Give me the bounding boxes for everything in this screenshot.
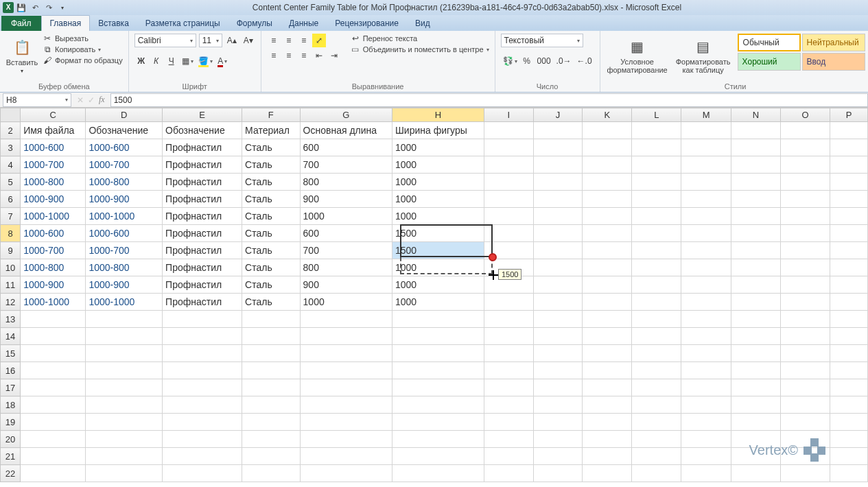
cell[interactable] [632,328,681,345]
cell[interactable]: Профнастил [163,225,242,242]
paste-button[interactable]: 📋 Вставить ▾ [5,34,38,78]
cut-button[interactable]: ✂Вырезать [43,34,123,43]
cell[interactable] [21,431,86,448]
cell[interactable]: 1000 [300,208,392,225]
cell[interactable] [242,431,300,448]
cell[interactable] [780,225,830,242]
cell[interactable] [830,225,868,242]
column-header[interactable]: K [583,108,632,122]
cell[interactable] [632,414,681,431]
cell[interactable] [484,191,533,208]
cell[interactable] [533,208,583,225]
cell[interactable] [484,362,533,379]
cell[interactable] [830,294,868,311]
cell[interactable] [632,242,681,259]
row-header[interactable]: 4 [1,156,21,174]
cell[interactable] [86,328,163,345]
cell[interactable] [731,174,780,191]
cell[interactable]: Сталь [242,225,300,242]
cell[interactable]: 600 [300,225,392,242]
cell[interactable] [681,276,731,294]
cell[interactable] [533,362,583,379]
align-left-button[interactable]: ≡ [267,49,281,62]
cell[interactable] [533,294,583,311]
cell[interactable]: 1000-600 [21,225,86,242]
cell[interactable] [583,242,632,259]
cell[interactable] [533,191,583,208]
cell[interactable] [242,345,300,362]
cell[interactable] [86,465,163,482]
cell[interactable]: Сталь [242,259,300,276]
cell[interactable] [681,139,731,156]
cell[interactable] [300,311,392,328]
cell[interactable] [681,311,731,328]
column-header[interactable]: J [533,108,583,122]
cell[interactable] [583,259,632,276]
cell[interactable] [583,191,632,208]
cell[interactable] [533,448,583,465]
cell[interactable] [533,156,583,174]
cell[interactable] [300,379,392,396]
increase-indent-button[interactable]: ⇥ [327,49,341,62]
cell[interactable]: 1000-1000 [21,294,86,311]
cell[interactable]: 1000-600 [86,225,163,242]
cell[interactable] [681,174,731,191]
comma-style-button[interactable]: 000 [535,54,553,68]
cell[interactable] [830,191,868,208]
row-header[interactable]: 11 [1,276,21,294]
cell[interactable] [163,396,242,414]
cell[interactable]: 1000 [392,156,484,174]
cell[interactable] [681,465,731,482]
cell[interactable] [731,414,780,431]
cell[interactable] [632,448,681,465]
cell[interactable] [533,465,583,482]
cell[interactable] [86,448,163,465]
cell[interactable] [731,242,780,259]
tab-file[interactable]: Файл [1,16,41,31]
cell[interactable] [533,379,583,396]
cell[interactable] [86,431,163,448]
cell[interactable] [163,431,242,448]
cell[interactable]: 1000-800 [86,174,163,191]
row-header[interactable]: 19 [1,414,21,431]
cell[interactable] [242,448,300,465]
cell[interactable] [583,414,632,431]
cell[interactable] [830,379,868,396]
tab-review[interactable]: Рецензирование [327,16,407,31]
cell[interactable] [830,396,868,414]
save-icon[interactable]: 💾 [15,1,27,14]
increase-font-button[interactable]: A▴ [225,34,239,47]
cell[interactable]: 1000-1000 [86,294,163,311]
number-format-select[interactable]: Текстовый▾ [501,34,583,47]
column-header[interactable]: H [392,108,484,122]
bold-button[interactable]: Ж [134,54,148,68]
cell[interactable] [830,448,868,465]
cell[interactable] [300,448,392,465]
cell[interactable] [731,431,780,448]
cell[interactable] [681,122,731,139]
cell[interactable] [242,396,300,414]
cell[interactable] [583,294,632,311]
cell[interactable] [242,379,300,396]
row-header[interactable]: 16 [1,362,21,379]
cell[interactable] [300,431,392,448]
cell[interactable]: 1000 [300,294,392,311]
cell[interactable] [86,396,163,414]
format-as-table-button[interactable]: ▤ Форматировать как таблицу [673,34,734,78]
cell[interactable] [780,276,830,294]
cell[interactable]: Профнастил [163,174,242,191]
cell[interactable] [830,208,868,225]
cell[interactable] [632,122,681,139]
cell[interactable] [163,465,242,482]
cell[interactable] [830,414,868,431]
cell[interactable] [731,294,780,311]
row-header[interactable]: 20 [1,431,21,448]
cell[interactable] [533,396,583,414]
cell[interactable] [163,414,242,431]
cell[interactable] [300,345,392,362]
column-header[interactable]: M [681,108,731,122]
cell[interactable] [632,362,681,379]
cell[interactable] [681,259,731,276]
cell[interactable] [392,345,484,362]
cell[interactable] [731,225,780,242]
